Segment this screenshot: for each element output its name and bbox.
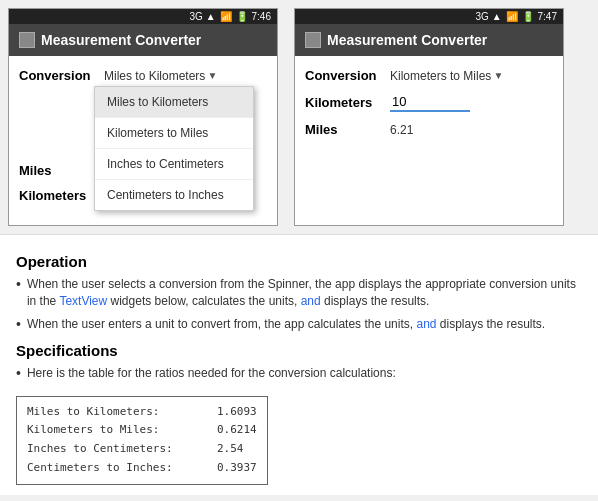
miles-label-2: Miles — [305, 122, 390, 137]
conversion-spinner-1[interactable]: Miles to Kilometers ▼ — [104, 69, 217, 83]
and-highlight-1: and — [301, 294, 321, 308]
specs-key-1: Kilometers to Miles: — [27, 421, 207, 440]
app-icon-2 — [305, 32, 321, 48]
dropdown-item-2[interactable]: Inches to Centimeters — [95, 149, 253, 180]
battery-icon-1: 🔋 — [236, 11, 248, 22]
signal-icon-1: 3G ▲ — [190, 11, 216, 22]
wifi-icon-2: 📶 — [506, 11, 518, 22]
kilometers-label-2: Kilometers — [305, 95, 390, 110]
specs-key-0: Miles to Kilometers: — [27, 403, 207, 422]
specs-row-2: Inches to Centimeters: 2.54 — [27, 440, 257, 459]
dropdown-item-3[interactable]: Centimeters to Inches — [95, 180, 253, 210]
miles-result-2: 6.21 — [390, 123, 553, 137]
specifications-bullet-1: • Here is the table for the ratios neede… — [16, 365, 582, 384]
app-title-1: Measurement Converter — [41, 32, 201, 48]
conversion-row-2: Conversion Kilometers to Miles ▼ — [305, 68, 553, 83]
content-area: Operation • When the user selects a conv… — [0, 234, 598, 495]
dropdown-item-0[interactable]: Miles to Kilometers — [95, 87, 253, 118]
battery-icon-2: 🔋 — [522, 11, 534, 22]
specifications-bullets: • Here is the table for the ratios neede… — [16, 365, 582, 384]
conversion-row-1: Conversion Miles to Kilometers ▼ — [19, 68, 267, 83]
app-title-2: Measurement Converter — [327, 32, 487, 48]
status-bar-2: 3G ▲ 📶 🔋 7:47 — [295, 9, 563, 24]
textview-highlight: TextView — [59, 294, 107, 308]
spinner-arrow-1: ▼ — [207, 70, 217, 81]
app-bar-2: Measurement Converter — [295, 24, 563, 56]
app-icon-1 — [19, 32, 35, 48]
app-content-1: Conversion Miles to Kilometers ▼ Miles t… — [9, 56, 277, 225]
operation-heading: Operation — [16, 253, 582, 270]
wifi-icon-1: 📶 — [220, 11, 232, 22]
bullet-dot-2: • — [16, 315, 21, 335]
conversion-value-2: Kilometers to Miles — [390, 69, 491, 83]
app-bar-1: Measurement Converter — [9, 24, 277, 56]
operation-bullet-2-text: When the user enters a unit to convert f… — [27, 316, 545, 333]
specs-row-0: Miles to Kilometers: 1.6093 — [27, 403, 257, 422]
phone-screen-2: 3G ▲ 📶 🔋 7:47 Measurement Converter Conv… — [294, 8, 564, 226]
miles-label-1: Miles — [19, 163, 104, 178]
specifications-bullet-text: Here is the table for the ratios needed … — [27, 365, 396, 382]
specifications-heading: Specifications — [16, 342, 582, 359]
time-2: 7:47 — [538, 11, 557, 22]
kilometers-label-1: Kilometers — [19, 188, 104, 203]
status-bar-1: 3G ▲ 📶 🔋 7:46 — [9, 9, 277, 24]
specs-val-0: 1.6093 — [217, 403, 257, 422]
conversion-label-1: Conversion — [19, 68, 104, 83]
operation-bullets: • When the user selects a conversion fro… — [16, 276, 582, 334]
specs-val-1: 0.6214 — [217, 421, 257, 440]
operation-bullet-1-text: When the user selects a conversion from … — [27, 276, 582, 310]
phone-screen-1: 3G ▲ 📶 🔋 7:46 Measurement Converter Conv… — [8, 8, 278, 226]
operation-bullet-2: • When the user enters a unit to convert… — [16, 316, 582, 335]
bullet-dot-1: • — [16, 275, 21, 295]
signal-icon-2: 3G ▲ — [476, 11, 502, 22]
app-content-2: Conversion Kilometers to Miles ▼ Kilomet… — [295, 56, 563, 159]
and-highlight-2: and — [416, 317, 436, 331]
kilometers-row-2: Kilometers — [305, 93, 553, 112]
kilometers-input-2[interactable] — [390, 93, 470, 112]
miles-row-2: Miles 6.21 — [305, 122, 553, 137]
dropdown-menu-1: Miles to Kilometers Kilometers to Miles … — [94, 86, 254, 211]
dropdown-item-1[interactable]: Kilometers to Miles — [95, 118, 253, 149]
specs-key-2: Inches to Centimeters: — [27, 440, 207, 459]
spinner-arrow-2: ▼ — [493, 70, 503, 81]
bullet-dot-3: • — [16, 364, 21, 384]
specs-val-2: 2.54 — [217, 440, 244, 459]
conversion-spinner-2[interactable]: Kilometers to Miles ▼ — [390, 69, 503, 83]
specs-row-3: Centimeters to Inches: 0.3937 — [27, 459, 257, 478]
time-1: 7:46 — [252, 11, 271, 22]
conversion-value-1: Miles to Kilometers — [104, 69, 205, 83]
conversion-label-2: Conversion — [305, 68, 390, 83]
specs-table: Miles to Kilometers: 1.6093 Kilometers t… — [16, 396, 268, 485]
specs-val-3: 0.3937 — [217, 459, 257, 478]
specs-key-3: Centimeters to Inches: — [27, 459, 207, 478]
operation-bullet-1: • When the user selects a conversion fro… — [16, 276, 582, 310]
specs-row-1: Kilometers to Miles: 0.6214 — [27, 421, 257, 440]
